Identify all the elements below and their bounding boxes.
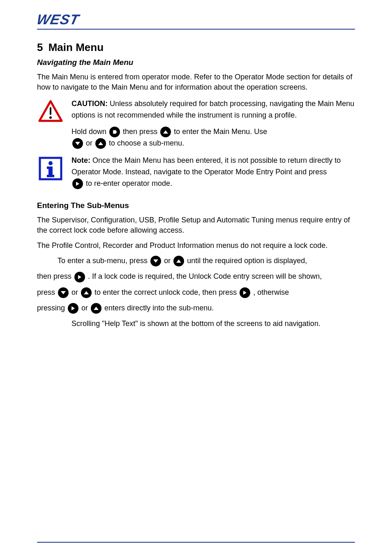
footer — [37, 525, 355, 543]
down-icon — [150, 256, 161, 266]
section-title: Main Menu — [48, 41, 104, 53]
text-fragment: then press — [123, 127, 159, 136]
brand-logo: WEST — [37, 12, 355, 26]
header-rule — [37, 29, 355, 30]
caution-body: Unless absolutely required for batch pro… — [71, 99, 354, 119]
up-icon — [81, 287, 92, 298]
text-fragment: Hold down — [71, 127, 108, 136]
caution-line1: CAUTION: Unless absolutely required for … — [71, 98, 355, 121]
subsection-heading: Entering The Sub-Menus — [37, 201, 355, 210]
up-icon — [160, 127, 171, 137]
note-line1: Note: Once the Main Menu has been entere… — [71, 155, 355, 178]
up-icon — [91, 303, 101, 314]
footer-rule — [37, 542, 355, 543]
submenu-p2: The Profile Control, Recorder and Produc… — [37, 240, 355, 251]
next-icon — [72, 178, 83, 189]
text-fragment: or — [81, 304, 90, 312]
text-fragment: to choose a sub-menu. — [109, 139, 184, 147]
text-fragment: . If a lock code is required, the Unlock… — [88, 272, 322, 280]
svg-rect-1 — [50, 107, 51, 115]
text-fragment: or — [164, 257, 173, 265]
intro-paragraph: The Main Menu is entered from operator m… — [37, 72, 355, 92]
note-line2: to re-enter operator mode. — [71, 178, 355, 190]
text-fragment: enters directly into the sub-menu. — [104, 304, 214, 312]
section-number: 5 — [37, 41, 43, 53]
text-fragment: pressing — [37, 304, 67, 312]
text-fragment: until the required option is displayed, — [187, 257, 307, 265]
nav-line-7: pressing or enters directly into the sub… — [37, 303, 355, 314]
note-label: Note: — [71, 156, 90, 164]
up-icon — [173, 256, 184, 266]
svg-rect-6 — [47, 175, 54, 177]
next-icon — [74, 272, 85, 282]
text-fragment: to re-enter operator mode. — [86, 179, 172, 187]
text-fragment: to enter the Main Menu. Use — [174, 127, 267, 136]
note-body: Once the Main Menu has been entered, it … — [71, 156, 341, 176]
text-fragment: or — [71, 288, 80, 296]
next-icon — [109, 127, 120, 137]
caution-block: CAUTION: Unless absolutely required for … — [37, 98, 355, 149]
svg-rect-7 — [47, 166, 51, 169]
nav-line-5: then press . If a lock code is required,… — [37, 271, 355, 282]
submenu-p1: The Supervisor, Configuration, USB, Prof… — [37, 215, 355, 236]
nav-line-6: press or to enter the correct unlock cod… — [37, 287, 355, 298]
next-icon — [240, 287, 250, 298]
section-heading: 5 Main Menu — [37, 41, 355, 54]
help-text-note: Scrolling "Help Text" is shown at the bo… — [37, 319, 355, 329]
text-fragment: or — [86, 139, 95, 147]
svg-point-4 — [48, 161, 53, 165]
up-icon — [95, 138, 106, 149]
text-fragment: to enter the correct unlock code, then p… — [95, 288, 239, 296]
caution-line2: Hold down then press to enter the Main M… — [71, 126, 355, 138]
text-fragment: To enter a sub-menu, press — [58, 257, 150, 265]
note-block: Note: Once the Main Menu has been entere… — [37, 155, 355, 190]
caution-label: CAUTION: — [71, 99, 108, 108]
nav-line-4: To enter a sub-menu, press or until the … — [37, 256, 355, 266]
caution-line3: or to choose a sub-menu. — [71, 138, 355, 149]
text-fragment: press — [37, 288, 57, 296]
down-icon — [58, 287, 69, 298]
down-icon — [72, 138, 83, 149]
text-fragment: , otherwise — [253, 288, 289, 296]
section-subheading: Navigating the Main Menu — [37, 58, 355, 67]
warning-icon — [38, 100, 63, 124]
text-fragment: then press — [37, 272, 74, 280]
svg-point-2 — [49, 116, 52, 119]
info-icon — [39, 157, 62, 182]
next-icon — [68, 303, 78, 314]
